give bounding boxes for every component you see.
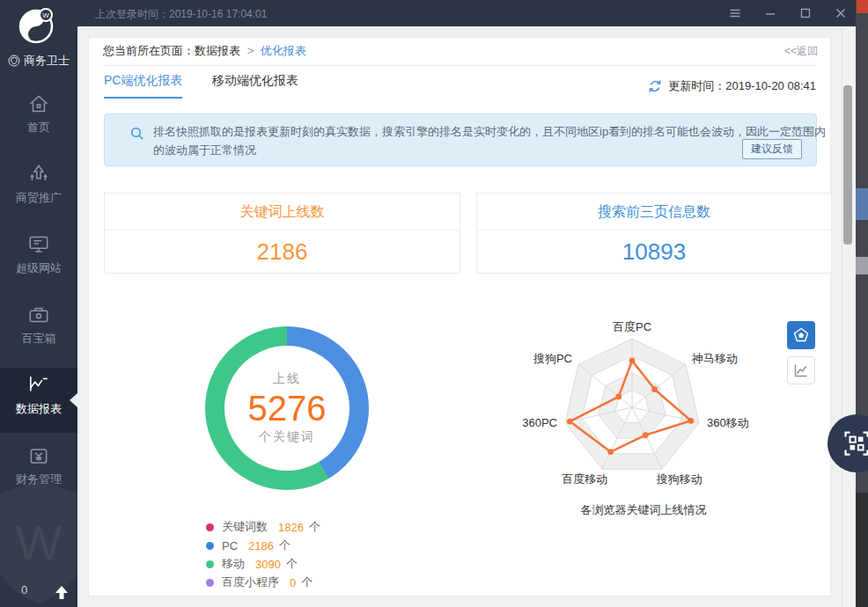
update-time-text: 更新时间：2019-10-20 08:41: [668, 78, 816, 94]
sidebar-item-label: 百宝箱: [22, 332, 56, 345]
report-tabs: PC端优化报表 移动端优化报表: [104, 73, 325, 101]
background-window-red-edge: [857, 0, 868, 13]
content-page: 您当前所在页面：数据报表 > 优化报表 <<返回 PC端优化报表 移动端优化报表…: [77, 26, 856, 607]
legend-dot: [206, 542, 214, 550]
finance-icon: [26, 443, 51, 468]
stat-card-title: 关键词上线数: [105, 194, 460, 230]
donut-center-value: 5276: [248, 389, 327, 428]
svg-text:360PC: 360PC: [522, 416, 557, 429]
breadcrumb-prefix: 您当前所在页面：: [103, 44, 195, 57]
sidebar-item-promotion[interactable]: 商贸推广: [0, 157, 77, 222]
stat-card-value: 2186: [105, 230, 460, 273]
sidebar-item-label: 首页: [27, 121, 50, 134]
breadcrumb: 您当前所在页面：数据报表 > 优化报表 <<返回: [89, 38, 830, 64]
feedback-button[interactable]: 建议反馈: [742, 139, 802, 159]
sidebar-item-website[interactable]: 超级网站: [0, 227, 77, 292]
stat-card-value: 10893: [477, 230, 831, 273]
sidebar-item-toolbox[interactable]: 百宝箱: [0, 297, 77, 362]
breadcrumb-separator: >: [247, 44, 254, 57]
line-view-button[interactable]: [787, 356, 815, 384]
stat-card-top3-info: 搜索前三页信息数 10893: [476, 193, 832, 274]
report-icon: [26, 373, 51, 398]
donut-legend: 关键词数 1826 个 PC 2186 个 移动 3090 个: [206, 518, 320, 592]
breadcrumb-section[interactable]: 数据报表: [195, 44, 240, 57]
sidebar-badge-count: 0: [21, 583, 27, 596]
sidebar-item-label: 数据报表: [16, 402, 62, 415]
legend-label: PC: [222, 539, 238, 552]
background-window-strip: [856, 0, 868, 607]
radar-view-button[interactable]: [787, 321, 815, 349]
close-icon[interactable]: [835, 7, 847, 19]
back-link[interactable]: <<返回: [784, 38, 818, 64]
svg-text:360移动: 360移动: [707, 416, 749, 429]
legend-unit: 个: [309, 519, 320, 535]
divider: [103, 65, 816, 66]
legend-value: 2186: [248, 539, 274, 552]
brand-logo-icon: W: [16, 4, 58, 47]
radar-chart-title: 各浏览器关键词上线情况: [511, 502, 776, 518]
sidebar-item-label: 超级网站: [16, 261, 62, 274]
legend-value: 1826: [278, 521, 304, 534]
window-controls: [729, 0, 847, 26]
svg-text:神马移动: 神马移动: [691, 352, 738, 365]
legend-value: 0: [290, 576, 296, 589]
last-login-text: 上次登录时间：2019-10-16 17:04:01: [95, 7, 267, 22]
menu-icon[interactable]: [729, 7, 741, 19]
brand-name: 商务卫士: [24, 53, 70, 69]
svg-text:W: W: [42, 11, 49, 19]
svg-text:百度移动: 百度移动: [562, 472, 607, 486]
maximize-icon[interactable]: [799, 7, 812, 19]
legend-item: PC 2186 个: [206, 537, 320, 554]
legend-unit: 个: [301, 574, 313, 590]
legend-unit: 个: [279, 538, 291, 553]
minimize-icon[interactable]: [764, 7, 776, 19]
refresh-icon[interactable]: [648, 79, 662, 93]
search-icon: [129, 126, 145, 142]
tab-mobile-report[interactable]: 移动端优化报表: [212, 73, 298, 97]
main-panel: 您当前所在页面：数据报表 > 优化报表 <<返回 PC端优化报表 移动端优化报表…: [88, 37, 831, 596]
legend-item: 关键词数 1826 个: [206, 518, 320, 536]
sidebar-item-reports[interactable]: 数据报表: [0, 368, 77, 433]
svg-text:百度PC: 百度PC: [613, 320, 651, 333]
legend-item: 百度小程序 0 个: [206, 574, 320, 591]
donut-chart: 上线 5276 个关键词: [205, 326, 369, 490]
line-chart-icon: [793, 362, 809, 378]
svg-text:W: W: [16, 515, 63, 570]
brand-badge-icon: [8, 55, 20, 67]
legend-label: 关键词数: [222, 519, 268, 535]
legend-unit: 个: [286, 556, 298, 572]
active-item-notch: [70, 393, 77, 407]
legend-label: 移动: [222, 556, 245, 572]
scrollbar-thumb[interactable]: [843, 85, 852, 245]
legend-label: 百度小程序: [222, 574, 279, 590]
legend-dot: [206, 560, 214, 568]
breadcrumb-current[interactable]: 优化报表: [261, 44, 306, 57]
stat-card-title: 搜索前三页信息数: [477, 194, 831, 230]
sidebar-item-label: 商贸推广: [16, 191, 62, 204]
notice-banner: 排名快照抓取的是报表更新时刻的真实数据，搜索引擎的排名是实时变化的，且不同地区i…: [104, 113, 817, 166]
legend-value: 3090: [255, 558, 281, 571]
svg-text:搜狗移动: 搜狗移动: [656, 472, 702, 486]
brand-row: 商务卫士: [0, 53, 77, 69]
app-window: 上次登录时间：2019-10-16 17:04:01 W: [0, 0, 868, 607]
qr-code-icon: [843, 430, 868, 457]
collapse-up-arrow-icon[interactable]: [55, 585, 69, 600]
svg-text:搜狗PC: 搜狗PC: [533, 352, 572, 365]
sidebar-item-home[interactable]: 首页: [0, 86, 77, 151]
home-icon: [26, 91, 51, 116]
tab-pc-report[interactable]: PC端优化报表: [104, 73, 182, 99]
legend-dot: [206, 579, 214, 587]
donut-center-bottom: 个关键词: [259, 429, 315, 445]
notice-text: 排名快照抓取的是报表更新时刻的真实数据，搜索引擎的排名是实时变化的，且不同地区i…: [153, 122, 835, 159]
legend-item: 移动 3090 个: [206, 555, 320, 573]
top-bar: 上次登录时间：2019-10-16 17:04:01: [77, 0, 868, 26]
radar-chart: 百度PC神马移动360移动搜狗移动百度移动360PC搜狗PC: [511, 318, 776, 504]
radar-pentagon-icon: [793, 327, 809, 343]
sidebar: W 商务卫士 首页 商贸推广 超级网站: [0, 0, 77, 607]
update-time-box: 更新时间：2019-10-20 08:41: [648, 78, 816, 94]
stat-card-keywords-online: 关键词上线数 2186: [104, 193, 460, 274]
promotion-icon: [26, 162, 51, 186]
website-icon: [26, 232, 51, 257]
donut-center-top: 上线: [273, 371, 301, 387]
legend-dot: [206, 523, 214, 531]
